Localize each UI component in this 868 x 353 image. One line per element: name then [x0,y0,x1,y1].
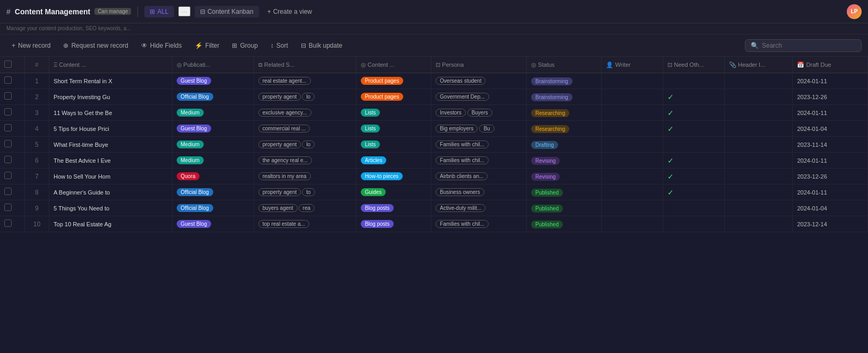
table-row[interactable]: 6The Best Advice I EveMediumthe agency r… [0,153,868,169]
row-title[interactable]: 5 Tips for House Prici [49,121,172,137]
search-input[interactable] [762,42,856,49]
row-checkbox[interactable] [4,92,12,100]
row-checkbox-cell[interactable] [0,137,24,153]
table-row[interactable]: 45 Tips for House PriciGuest Blogcommerc… [0,121,868,137]
new-record-button[interactable]: + New record [6,40,56,51]
table-row[interactable]: 10Top 10 Real Estate AgGuest Blogtop rea… [0,216,868,232]
bulk-icon: ⊟ [301,42,306,49]
publication-col-header[interactable]: ◎ Publicati... [172,57,254,73]
content-type-badge: Guides [361,188,386,196]
row-status: Published [527,200,602,216]
draft-col-header[interactable]: 📅 Draft Due [793,57,868,73]
persona-tag: Families with chil... [436,140,489,148]
tab-all[interactable]: ⊞ ALL [144,6,173,17]
row-need-other: ✓ [663,89,725,105]
select-all-col[interactable] [0,57,24,73]
row-checkbox-cell[interactable] [0,73,24,89]
select-all-checkbox[interactable] [4,60,12,68]
row-title[interactable]: Short Term Rental in X [49,73,172,89]
row-checkbox[interactable] [4,188,12,195]
row-writer [602,89,663,105]
related-tag: rea [299,204,315,212]
row-title[interactable]: How to Sell Your Hom [49,169,172,184]
row-checkbox[interactable] [4,204,12,211]
row-persona: Active-duty milit... [431,200,527,216]
row-checkbox[interactable] [4,172,12,179]
row-related: top real estate a... [254,216,356,232]
status-badge: Brainstorming [531,93,572,101]
row-draft-due: 2023-12-26 [793,169,868,184]
persona-col-header[interactable]: ⊡ Persona [431,57,527,73]
create-view-button[interactable]: + Create a view [263,6,316,17]
row-title[interactable]: 11 Ways to Get the Be [49,105,172,121]
avatar[interactable]: LP [847,4,862,19]
filter-button[interactable]: ⚡ Filter [189,40,225,51]
request-record-button[interactable]: ⊕ Request new record [58,40,133,51]
content-col-header[interactable]: Ξ Content ... [49,57,172,73]
content-type-badge: Lists [361,140,380,148]
row-persona: Families with chil... [431,153,527,169]
row-checkbox-cell[interactable] [0,105,24,121]
status-col-header[interactable]: ◎ Status [527,57,602,73]
tab-menu-dots[interactable]: ··· [178,6,190,16]
row-title[interactable]: What First-time Buye [49,137,172,153]
table-row[interactable]: 1Short Term Rental in XGuest Blogreal es… [0,73,868,89]
row-writer [602,153,663,169]
row-num: 2 [24,89,49,105]
row-need-other [663,137,725,153]
need-col-header[interactable]: ⊡ Need Oth... [663,57,725,73]
search-icon: 🔍 [751,42,759,49]
row-draft-due: 2024-01-04 [793,121,868,137]
table-row[interactable]: 95 Things You Need toOfficial Blogbuyers… [0,200,868,216]
persona-tag: Business owners [436,188,484,196]
tab-content-kanban[interactable]: ⊟ Content Kanban [195,6,259,17]
row-num: 10 [24,216,49,232]
table-row[interactable]: 311 Ways to Get the BeMediumexclusive ag… [0,105,868,121]
row-checkbox-cell[interactable] [0,153,24,169]
row-content-type: Blog posts [356,200,431,216]
row-checkbox-cell[interactable] [0,89,24,105]
row-checkbox[interactable] [4,219,12,227]
publication-badge: Official Blog [177,204,213,212]
table-row[interactable]: 7How to Sell Your HomQuorarealtors in my… [0,169,868,184]
header-col-header[interactable]: 📎 Header I... [724,57,793,73]
row-checkbox-cell[interactable] [0,200,24,216]
row-need-other: ✓ [663,184,725,200]
search-box[interactable]: 🔍 [745,39,862,52]
row-checkbox-cell[interactable] [0,184,24,200]
row-writer [602,184,663,200]
request-icon: ⊕ [63,42,68,49]
row-title[interactable]: Top 10 Real Estate Ag [49,216,172,232]
row-title[interactable]: 5 Things You Need to [49,200,172,216]
row-title[interactable]: The Best Advice I Eve [49,153,172,169]
row-header-image [724,105,793,121]
bulk-update-button[interactable]: ⊟ Bulk update [296,40,348,51]
writer-col-header[interactable]: 👤 Writer [602,57,663,73]
group-button[interactable]: ⊞ Group [227,40,263,51]
row-persona: Business owners [431,184,527,200]
top-bar-left: # Content Management Can manage ⊞ ALL ··… [6,6,843,17]
related-tag: top real estate a... [258,220,309,228]
row-checkbox-cell[interactable] [0,169,24,184]
related-col-header[interactable]: ⧉ Related S... [254,57,356,73]
hide-fields-button[interactable]: 👁 Hide Fields [136,40,187,51]
row-num: 9 [24,200,49,216]
table-row[interactable]: 5What First-time BuyeMediumproperty agen… [0,137,868,153]
row-title[interactable]: A Beginner's Guide to [49,184,172,200]
row-checkbox-cell[interactable] [0,216,24,232]
row-header-image [724,216,793,232]
table-row[interactable]: 8A Beginner's Guide toOfficial Blogprope… [0,184,868,200]
person-icon: ⊡ [436,61,440,68]
row-checkbox[interactable] [4,76,12,84]
row-checkbox[interactable] [4,108,12,116]
row-checkbox-cell[interactable] [0,121,24,137]
row-checkbox[interactable] [4,140,12,147]
row-num: 3 [24,105,49,121]
table-row[interactable]: 2Property Investing GuOfficial Blogprope… [0,89,868,105]
row-checkbox[interactable] [4,124,12,131]
row-related: property agentlo [254,89,356,105]
sort-button[interactable]: ↕ Sort [265,40,293,51]
content-type-col-header[interactable]: ◎ Content ... [356,57,431,73]
row-checkbox[interactable] [4,156,12,163]
row-title[interactable]: Property Investing Gu [49,89,172,105]
